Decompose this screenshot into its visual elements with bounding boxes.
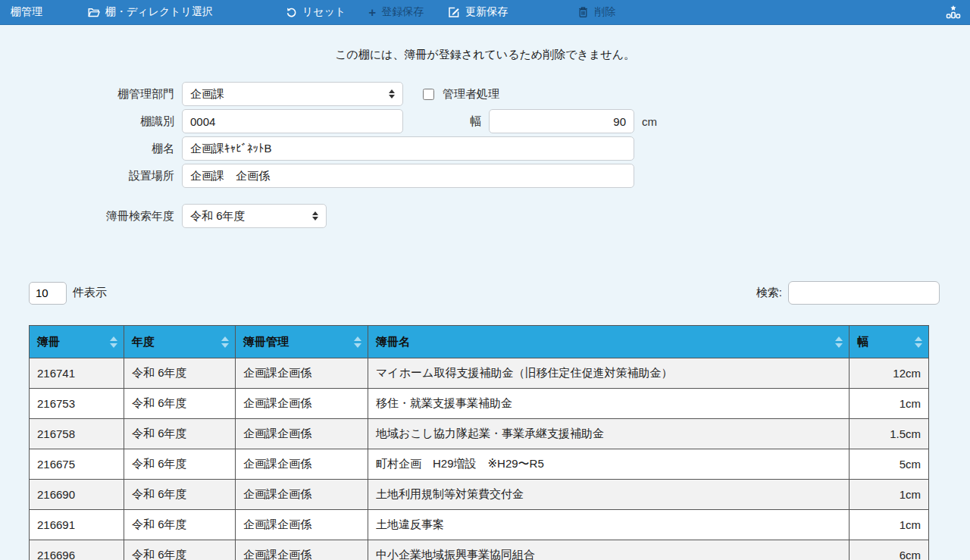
header-label: 年度: [132, 335, 155, 349]
table-cell: 216741: [30, 358, 124, 389]
location-row: 設置場所: [0, 164, 970, 188]
table-cell: 216690: [30, 480, 124, 510]
table-cell: 土地違反事案: [368, 510, 850, 540]
table-search-input[interactable]: [788, 281, 940, 305]
nav-reset[interactable]: リセット: [286, 5, 346, 19]
nav-label: 棚・ディレクトリ選択: [105, 5, 213, 19]
search-year-select[interactable]: 令和 6年度: [182, 204, 327, 228]
table-cell: 1cm: [850, 389, 929, 419]
booklet-table-wrap: 簿冊 年度 簿冊管理 簿冊名 幅: [29, 325, 928, 560]
reset-icon: [286, 7, 297, 18]
table-cell: 216696: [30, 540, 124, 560]
table-cell: 216691: [30, 510, 124, 540]
header-label: 簿冊管理: [243, 335, 289, 349]
select-updown-icon: [312, 211, 318, 221]
shelf-name-input[interactable]: [182, 136, 634, 161]
header-width[interactable]: 幅: [850, 326, 929, 358]
dept-select-value: 企画課: [190, 87, 224, 102]
booklet-table-body: 216741令和 6年度企画課企画係マイホーム取得支援補助金（旧移住定住促進対策…: [30, 358, 929, 560]
dept-row: 棚管理部門 企画課 管理者処理: [0, 82, 970, 106]
table-cell: 令和 6年度: [124, 480, 236, 510]
table-cell: 企画課企画係: [236, 510, 368, 540]
nav-label: 登録保存: [381, 5, 424, 19]
sort-icon: [354, 336, 361, 348]
table-row[interactable]: 216675令和 6年度企画課企画係町村企画 H29増設 ※H29〜R55cm: [30, 449, 929, 480]
table-cell: 1cm: [850, 510, 929, 540]
nav-delete[interactable]: 削除: [577, 5, 615, 19]
nav-update-save[interactable]: 更新保存: [448, 5, 508, 19]
table-row[interactable]: 216741令和 6年度企画課企画係マイホーム取得支援補助金（旧移住定住促進対策…: [30, 358, 929, 389]
search-group: 検索:: [756, 281, 940, 305]
table-row[interactable]: 216758令和 6年度企画課企画係地域おこし協力隊起業・事業承継支援補助金1.…: [30, 419, 929, 449]
shelf-name-row: 棚名: [0, 136, 970, 161]
table-row[interactable]: 216753令和 6年度企画課企画係移住・就業支援事業補助金1cm: [30, 389, 929, 419]
table-cell: 企画課企画係: [236, 540, 368, 560]
table-cell: 6cm: [850, 540, 929, 560]
header-label: 幅: [857, 335, 868, 349]
width-unit: cm: [642, 115, 657, 128]
table-cell: 令和 6年度: [124, 389, 236, 419]
favorites-podium-icon[interactable]: [946, 4, 961, 20]
select-updown-icon: [389, 89, 395, 99]
sort-icon: [110, 336, 117, 348]
search-year-value: 令和 6年度: [190, 209, 246, 224]
trash-icon: [577, 6, 589, 18]
width-label: 幅: [470, 114, 481, 129]
table-cell: 企画課企画係: [236, 358, 368, 389]
header-year[interactable]: 年度: [124, 326, 236, 358]
folder-open-icon: [88, 7, 100, 18]
table-cell: 1.5cm: [850, 419, 929, 449]
sort-icon: [835, 336, 843, 348]
table-row[interactable]: 216696令和 6年度企画課企画係中小企業地域振興事業協同組合6cm: [30, 540, 929, 560]
page-size-input[interactable]: [29, 282, 67, 305]
header-label: 簿冊: [37, 335, 60, 349]
top-navbar: 棚管理 棚・ディレクトリ選択 リセット + 登録保存 更新: [0, 0, 970, 25]
search-year-row: 簿冊検索年度 令和 6年度: [0, 204, 970, 228]
table-cell: 令和 6年度: [124, 510, 236, 540]
shelf-form: 棚管理部門 企画課 管理者処理 棚識別 幅 cm 棚名 設置場所 簿冊検索年度 …: [0, 82, 970, 228]
shelf-id-input[interactable]: [182, 109, 403, 133]
table-cell: 令和 6年度: [124, 419, 236, 449]
dept-label: 棚管理部門: [0, 87, 174, 102]
search-year-label: 簿冊検索年度: [0, 209, 174, 224]
app-title: 棚管理: [11, 5, 42, 19]
header-booklet-name[interactable]: 簿冊名: [368, 326, 850, 358]
dept-select[interactable]: 企画課: [182, 82, 403, 106]
table-cell: 216758: [30, 419, 124, 449]
table-cell: 移住・就業支援事業補助金: [368, 389, 850, 419]
shelf-id-row: 棚識別 幅 cm: [0, 109, 970, 133]
nav-register-save[interactable]: + 登録保存: [368, 5, 424, 19]
shelf-id-label: 棚識別: [0, 114, 174, 129]
width-input[interactable]: [489, 109, 634, 133]
sort-icon: [221, 336, 229, 348]
edit-icon: [448, 6, 460, 18]
cannot-delete-warning: この棚には、簿冊が登録されているため削除できません。: [0, 48, 970, 62]
table-row[interactable]: 216690令和 6年度企画課企画係土地利用規制等対策費交付金1cm: [30, 480, 929, 510]
header-management[interactable]: 簿冊管理: [236, 326, 368, 358]
nav-label: 更新保存: [465, 5, 508, 19]
table-cell: 216753: [30, 389, 124, 419]
table-cell: 企画課企画係: [236, 480, 368, 510]
page-size-label: 件表示: [73, 286, 107, 300]
table-cell: 12cm: [850, 358, 929, 389]
location-input[interactable]: [182, 164, 634, 188]
table-cell: 令和 6年度: [124, 540, 236, 560]
location-label: 設置場所: [0, 169, 174, 183]
table-cell: マイホーム取得支援補助金（旧移住定住促進対策補助金）: [368, 358, 850, 389]
admin-process-checkbox[interactable]: [423, 89, 434, 100]
nav-shelf-directory-select[interactable]: 棚・ディレクトリ選択: [88, 5, 213, 19]
table-cell: 令和 6年度: [124, 449, 236, 480]
booklet-table: 簿冊 年度 簿冊管理 簿冊名 幅: [29, 325, 929, 560]
table-cell: 中小企業地域振興事業協同組合: [368, 540, 850, 560]
table-cell: 土地利用規制等対策費交付金: [368, 480, 850, 510]
nav-label: リセット: [302, 5, 346, 19]
table-row[interactable]: 216691令和 6年度企画課企画係土地違反事案1cm: [30, 510, 929, 540]
table-header-row: 簿冊 年度 簿冊管理 簿冊名 幅: [30, 326, 929, 358]
admin-process-label: 管理者処理: [443, 87, 499, 102]
plus-icon: +: [368, 6, 376, 19]
header-booklet[interactable]: 簿冊: [30, 326, 124, 358]
search-label: 検索:: [756, 286, 782, 300]
table-cell: 216675: [30, 449, 124, 480]
shelf-name-label: 棚名: [0, 142, 174, 156]
table-cell: 企画課企画係: [236, 449, 368, 480]
